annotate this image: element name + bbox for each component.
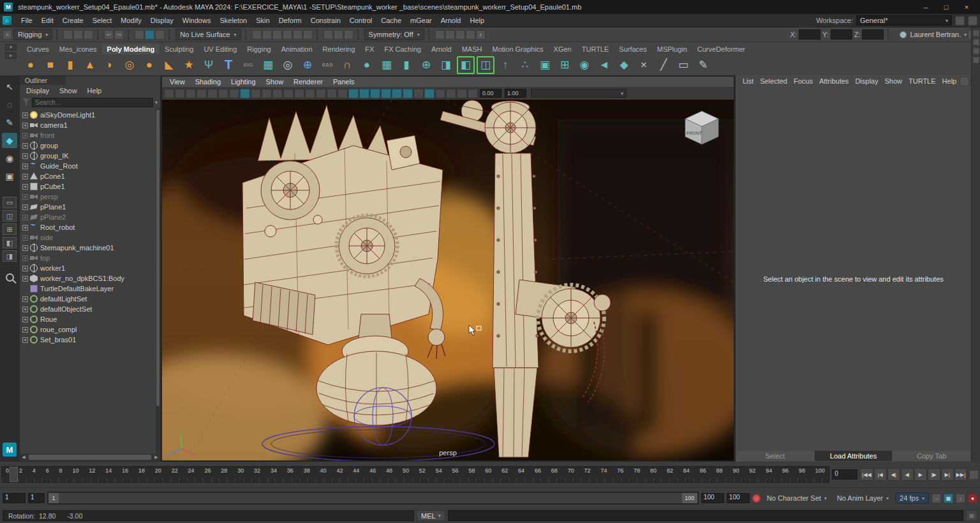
y-coordinate-input[interactable] (831, 29, 852, 40)
expand-toggle[interactable]: + (22, 204, 28, 210)
xray-icon[interactable] (457, 89, 467, 98)
wireframe-on-shaded-icon[interactable] (359, 89, 369, 98)
bookmarks-icon[interactable] (197, 89, 207, 98)
make-live-icon[interactable] (303, 30, 313, 40)
attribute-editor-menu-item[interactable]: Focus (791, 77, 816, 85)
ipr-render-icon[interactable] (456, 30, 465, 40)
range-start-handle[interactable]: 1 (48, 493, 59, 503)
panel-menu-item[interactable]: View (165, 78, 190, 86)
outliner-item[interactable]: + group_IK (20, 151, 160, 161)
expand-toggle[interactable]: + (22, 194, 28, 200)
attribute-editor-button[interactable]: Copy Tab (893, 451, 970, 461)
expand-toggle[interactable]: + (22, 327, 28, 333)
menu-item[interactable]: Skeleton (215, 17, 251, 24)
shelf-type-tool[interactable]: T (219, 56, 237, 74)
step-forward-key-button[interactable]: |▶ (928, 468, 940, 481)
workspace-select[interactable]: General*▾ (856, 15, 952, 26)
image-plane-icon[interactable] (207, 89, 218, 98)
range-slider[interactable]: 1 100 (47, 492, 699, 504)
shelf-skin-bind-tool[interactable]: ◧ (457, 56, 475, 74)
exposure-field[interactable]: 0.00 (480, 89, 501, 98)
expand-toggle[interactable]: + (22, 296, 28, 302)
minimize-button[interactable]: – (916, 1, 935, 13)
maya-home-icon[interactable]: ⌂ (3, 16, 11, 25)
outliner-item[interactable]: + defaultObjectSet (20, 304, 160, 314)
menu-item[interactable]: Modify (116, 17, 145, 24)
expand-toggle[interactable]: + (22, 174, 28, 179)
fps-select[interactable]: 24 fps▾ (895, 492, 929, 504)
menu-item[interactable]: Create (58, 17, 88, 24)
view-cube[interactable]: FRONT (679, 106, 725, 148)
construction-history-icon[interactable] (344, 30, 353, 40)
shelf-scatter-tool[interactable]: ∴ (516, 56, 534, 74)
shelf-nurbs-sphere[interactable]: ● (358, 56, 376, 74)
group-divider[interactable] (56, 29, 59, 40)
play-forwards-button[interactable]: ▶ (914, 468, 927, 481)
zoom-tool-icon[interactable] (6, 273, 14, 282)
shelf-measure-tool[interactable]: ▭ (674, 56, 692, 74)
outliner-item[interactable]: + persp (20, 192, 160, 202)
frame-selection-icon[interactable] (327, 89, 337, 98)
four-pane-layout[interactable]: ⊞ (3, 224, 17, 235)
outliner-item[interactable]: + Roue (20, 314, 160, 324)
shadows-icon[interactable] (392, 89, 402, 98)
expand-toggle[interactable]: + (22, 153, 28, 159)
resolution-gate-icon[interactable] (262, 89, 272, 98)
shelf-tab[interactable]: Rendering (318, 44, 360, 54)
outliner-item[interactable]: + top (20, 253, 160, 263)
attribute-editor-menu-item[interactable]: Show (881, 77, 905, 85)
scale-tool[interactable]: ▣ (2, 169, 17, 184)
shelf-poly-teardrop[interactable]: ◗ (101, 56, 119, 74)
group-divider[interactable] (128, 29, 131, 40)
shelf-pen-tool[interactable]: ✎ (694, 56, 712, 74)
shelf-tab-icon[interactable]: ▸ (5, 52, 17, 59)
snap-grid-icon[interactable] (252, 30, 262, 40)
input-connections-icon[interactable] (323, 30, 333, 40)
playback-start-field[interactable]: 1 (28, 493, 45, 503)
animation-preferences-icon[interactable] (969, 470, 979, 480)
outliner-item[interactable]: + worker1 (20, 263, 160, 273)
expand-toggle[interactable]: + (22, 215, 28, 220)
close-button[interactable]: × (957, 1, 976, 13)
pause-viewport-icon[interactable]: ‖ (476, 30, 486, 40)
account-menu[interactable]: Laurent Bertran.▾ (900, 31, 967, 38)
panel-menu-item[interactable]: Lighting (226, 78, 261, 86)
rotate-tool[interactable]: ◉ (2, 151, 17, 166)
animation-start-field[interactable]: 1 (3, 493, 26, 503)
two-pane-layout[interactable]: ◫ (3, 210, 17, 222)
output-connections-icon[interactable] (334, 30, 343, 40)
audio-icon[interactable]: ♪ (956, 494, 965, 503)
safe-title-icon[interactable] (305, 89, 315, 98)
panel-menu-item[interactable]: Show (261, 78, 289, 86)
attribute-editor-menu-item[interactable]: List (739, 77, 757, 85)
animation-end-field[interactable]: 100 (727, 493, 750, 503)
scrollbar-thumb[interactable] (29, 455, 151, 460)
snap-curve-icon[interactable] (262, 30, 272, 40)
menu-item[interactable]: Help (465, 17, 489, 24)
outliner-item[interactable]: + front (20, 130, 160, 140)
attribute-editor-menu-item[interactable]: Attributes (816, 77, 852, 85)
group-divider[interactable] (357, 29, 360, 40)
lasso-tool[interactable]: ◌ (2, 97, 17, 112)
field-chart-icon[interactable] (283, 89, 293, 98)
expand-toggle[interactable]: + (22, 133, 28, 139)
render-view-icon[interactable] (435, 30, 445, 40)
auto-keyframe-toggle[interactable] (752, 494, 761, 503)
shelf-poly-star[interactable]: ★ (180, 56, 198, 74)
shelf-wire-sphere-tool[interactable]: ◉ (575, 56, 593, 74)
panel-menu-item[interactable]: Shading (190, 78, 226, 86)
attribute-editor-menu-item[interactable]: Display (852, 77, 881, 85)
outliner-item[interactable]: + group (20, 140, 160, 151)
expand-toggle[interactable]: + (22, 163, 28, 169)
shelf-tab[interactable]: FX Caching (379, 44, 426, 54)
group-divider[interactable] (316, 29, 320, 40)
outliner-search-input[interactable] (32, 98, 153, 107)
attribute-editor-toggle[interactable] (973, 39, 979, 45)
go-to-start-button[interactable]: |◀◀ (860, 468, 873, 481)
shelf-character-tool[interactable]: ↑ (496, 56, 514, 74)
time-slider[interactable]: 0246810121416182022242628303234363840424… (1, 466, 829, 483)
view-transform-select[interactable]: ▾ (531, 89, 627, 98)
shelf-tab[interactable]: Poly Modeling (102, 44, 160, 54)
workspace-reset-icon[interactable] (968, 16, 977, 26)
record-icon[interactable]: ● (968, 494, 977, 503)
